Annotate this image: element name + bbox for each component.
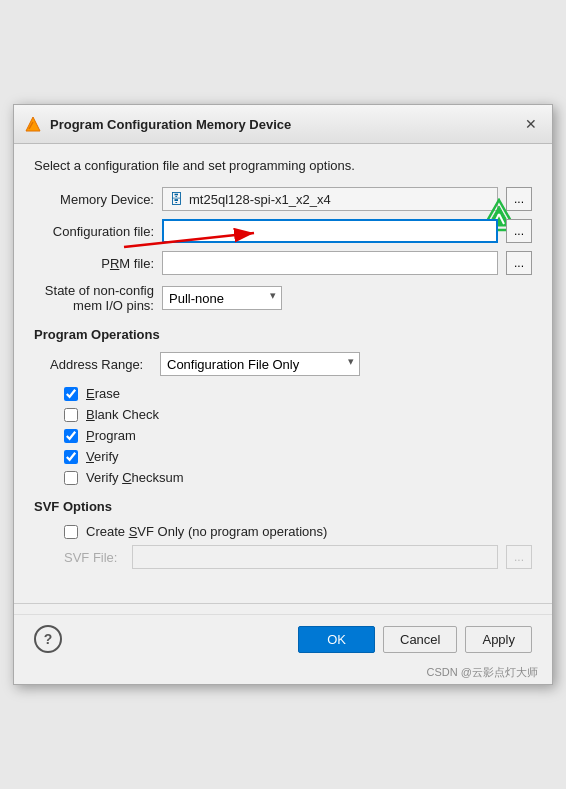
prm-file-browse-button[interactable]: ... xyxy=(506,251,532,275)
svf-file-row: SVF File: ... xyxy=(64,545,532,569)
erase-label: Erase xyxy=(86,386,120,401)
blank-check-label: Blank Check xyxy=(86,407,159,422)
prm-file-row: PRM file: ... xyxy=(34,251,532,275)
memory-device-label: Memory Device: xyxy=(34,192,154,207)
memory-device-display: 🗄 mt25ql128-spi-x1_x2_x4 xyxy=(162,187,498,211)
verify-checksum-checkbox-row: Verify Checksum xyxy=(64,470,532,485)
dialog-title: Program Configuration Memory Device xyxy=(50,117,291,132)
create-svf-checkbox-row: Create SVF Only (no program operations) xyxy=(64,524,532,539)
svf-file-label: SVF File: xyxy=(64,550,124,565)
blank-check-checkbox-row: Blank Check xyxy=(64,407,532,422)
program-label: Program xyxy=(86,428,136,443)
state-select-container: Pull-none Pull-up Pull-down xyxy=(162,286,282,310)
program-config-dialog: Program Configuration Memory Device ✕ Se… xyxy=(13,104,553,685)
dialog-subtitle: Select a configuration file and set prog… xyxy=(34,158,355,173)
footer-buttons: OK Cancel Apply xyxy=(298,626,532,653)
memory-icon: 🗄 xyxy=(169,191,183,207)
program-checkbox[interactable] xyxy=(64,429,78,443)
address-range-select-container: Configuration File Only Entire Configura… xyxy=(160,352,360,376)
create-svf-label: Create SVF Only (no program operations) xyxy=(86,524,327,539)
program-operations-section: Program Operations Address Range: Config… xyxy=(34,327,532,485)
program-ops-title: Program Operations xyxy=(34,327,532,342)
config-file-label: Configuration file: xyxy=(34,224,154,239)
config-file-browse-button[interactable]: ... xyxy=(506,219,532,243)
config-file-input[interactable] xyxy=(162,219,498,243)
title-bar: Program Configuration Memory Device ✕ xyxy=(14,105,552,144)
prm-file-input[interactable] xyxy=(162,251,498,275)
memory-device-row: Memory Device: 🗄 mt25ql128-spi-x1_x2_x4 … xyxy=(34,187,532,211)
form-section: Memory Device: 🗄 mt25ql128-spi-x1_x2_x4 … xyxy=(34,187,532,313)
dialog-body: Select a configuration file and set prog… xyxy=(14,144,552,593)
erase-checkbox-row: Erase xyxy=(64,386,532,401)
create-svf-checkbox[interactable] xyxy=(64,525,78,539)
app-icon xyxy=(24,115,42,133)
dialog-footer: ? OK Cancel Apply xyxy=(14,614,552,663)
verify-label: Verify xyxy=(86,449,119,464)
svg-marker-0 xyxy=(26,117,40,131)
state-row: State of non-config mem I/O pins: Pull-n… xyxy=(34,283,532,313)
svf-file-browse-button: ... xyxy=(506,545,532,569)
address-range-row: Address Range: Configuration File Only E… xyxy=(50,352,532,376)
address-range-select[interactable]: Configuration File Only Entire Configura… xyxy=(160,352,360,376)
ok-button[interactable]: OK xyxy=(298,626,375,653)
blank-check-checkbox[interactable] xyxy=(64,408,78,422)
verify-checksum-label: Verify Checksum xyxy=(86,470,184,485)
prm-file-label: PRM file: xyxy=(34,256,154,271)
apply-button[interactable]: Apply xyxy=(465,626,532,653)
svf-options-title: SVF Options xyxy=(34,499,532,514)
memory-device-value: mt25ql128-spi-x1_x2_x4 xyxy=(189,192,331,207)
close-button[interactable]: ✕ xyxy=(520,113,542,135)
config-file-row: Configuration file: ... xyxy=(34,219,532,243)
help-button[interactable]: ? xyxy=(34,625,62,653)
svf-file-input xyxy=(132,545,498,569)
address-range-label: Address Range: xyxy=(50,357,150,372)
program-checkbox-row: Program xyxy=(64,428,532,443)
verify-checkbox[interactable] xyxy=(64,450,78,464)
state-label: State of non-config mem I/O pins: xyxy=(34,283,154,313)
verify-checksum-checkbox[interactable] xyxy=(64,471,78,485)
state-select[interactable]: Pull-none Pull-up Pull-down xyxy=(162,286,282,310)
verify-checkbox-row: Verify xyxy=(64,449,532,464)
erase-checkbox[interactable] xyxy=(64,387,78,401)
svf-options-section: SVF Options Create SVF Only (no program … xyxy=(34,499,532,569)
cancel-button[interactable]: Cancel xyxy=(383,626,457,653)
title-bar-left: Program Configuration Memory Device xyxy=(24,115,291,133)
watermark: CSDN @云影点灯大师 xyxy=(14,663,552,684)
